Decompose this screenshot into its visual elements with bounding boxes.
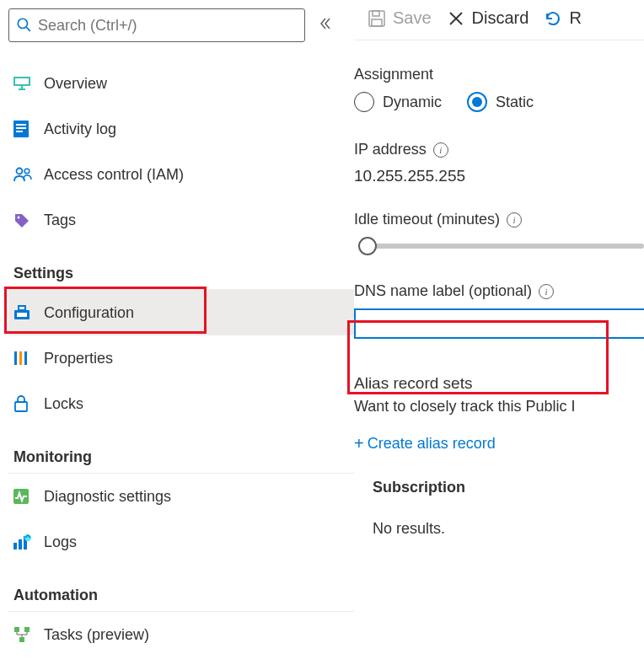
- refresh-label: R: [569, 8, 581, 28]
- sidebar-item-configuration[interactable]: Configuration: [8, 290, 354, 335]
- svg-rect-17: [19, 351, 22, 365]
- main-panel: Save Discard R Assignment Dynamic Stat: [354, 0, 644, 670]
- idle-label: Idle timeout (minutes) i: [354, 211, 644, 228]
- svg-rect-16: [14, 351, 17, 365]
- sidebar-item-logs[interactable]: Logs: [8, 519, 354, 565]
- link-label: Create alias record: [368, 435, 496, 453]
- svg-rect-34: [372, 19, 382, 26]
- sidebar-item-iam[interactable]: Access control (IAM): [8, 152, 354, 197]
- svg-point-11: [24, 169, 30, 174]
- info-icon[interactable]: i: [433, 142, 448, 158]
- no-results-text: No results.: [373, 520, 644, 538]
- discard-button[interactable]: Discard: [442, 7, 534, 29]
- svg-rect-26: [24, 627, 30, 632]
- collapse-sidebar-button[interactable]: [315, 13, 335, 38]
- diagnostic-icon: [13, 489, 44, 504]
- svg-rect-4: [21, 86, 23, 88]
- svg-point-0: [18, 19, 27, 28]
- sidebar-item-tasks[interactable]: Tasks (preview): [8, 612, 354, 657]
- refresh-button[interactable]: R: [539, 7, 586, 29]
- svg-rect-25: [14, 627, 19, 632]
- nav-label: Properties: [44, 350, 113, 367]
- nav-label: Tasks (preview): [44, 626, 149, 644]
- tasks-icon: [13, 626, 44, 643]
- idle-timeout-slider[interactable]: [368, 244, 644, 249]
- slider-thumb-icon[interactable]: [358, 237, 377, 255]
- subscription-heading: Subscription: [373, 479, 644, 496]
- sidebar: Overview Activity log Access control (IA…: [0, 0, 354, 670]
- section-heading-monitoring: Monitoring: [13, 448, 354, 466]
- svg-rect-9: [16, 131, 23, 132]
- svg-line-1: [26, 27, 30, 31]
- sidebar-item-properties[interactable]: Properties: [8, 335, 354, 381]
- radio-label: Dynamic: [383, 94, 442, 111]
- svg-rect-27: [19, 637, 24, 642]
- sidebar-item-diagnostic[interactable]: Diagnostic settings: [8, 474, 354, 519]
- iam-icon: [13, 167, 44, 182]
- overview-icon: [13, 77, 44, 90]
- tag-icon: [13, 212, 44, 228]
- sidebar-item-activity-log[interactable]: Activity log: [8, 106, 354, 152]
- svg-point-12: [18, 217, 20, 219]
- svg-rect-18: [24, 351, 27, 365]
- svg-rect-19: [15, 402, 27, 411]
- svg-rect-22: [19, 539, 22, 549]
- toolbar: Save Discard R: [354, 7, 644, 40]
- create-alias-link[interactable]: + Create alias record: [354, 434, 644, 453]
- sidebar-item-tags[interactable]: Tags: [8, 197, 354, 243]
- lock-icon: [13, 395, 44, 412]
- svg-rect-5: [19, 88, 25, 90]
- nav-label: Overview: [44, 75, 107, 93]
- nav-label: Logs: [44, 533, 77, 551]
- nav-label: Diagnostic settings: [44, 488, 171, 506]
- nav-label: Locks: [44, 395, 83, 413]
- radio-circle-icon: [467, 92, 487, 112]
- alias-heading: Alias record sets: [354, 374, 644, 393]
- info-icon[interactable]: i: [539, 284, 554, 299]
- search-input[interactable]: [38, 17, 298, 35]
- save-label: Save: [393, 8, 432, 28]
- svg-rect-21: [13, 543, 17, 549]
- properties-icon: [13, 351, 44, 366]
- plus-icon: +: [354, 434, 364, 453]
- svg-rect-33: [373, 11, 379, 16]
- svg-rect-8: [16, 127, 26, 129]
- section-heading-automation: Automation: [13, 587, 354, 604]
- sidebar-item-overview[interactable]: Overview: [8, 61, 354, 106]
- nav-label: Activity log: [44, 121, 116, 138]
- svg-rect-15: [17, 313, 27, 317]
- nav-label: Access control (IAM): [44, 166, 184, 184]
- alias-desc: Want to closely track this Public I: [354, 398, 644, 415]
- search-input-wrap[interactable]: [8, 8, 305, 42]
- info-icon[interactable]: i: [507, 212, 522, 228]
- dns-label: DNS name label (optional) i: [354, 282, 644, 300]
- svg-rect-3: [15, 78, 29, 84]
- activitylog-icon: [13, 121, 44, 137]
- svg-rect-14: [19, 306, 25, 310]
- ip-label: IP address i: [354, 141, 644, 158]
- logs-icon: [13, 534, 44, 549]
- svg-rect-7: [16, 124, 26, 126]
- nav-label: Tags: [44, 212, 76, 229]
- assignment-label: Assignment: [354, 66, 644, 83]
- nav-label: Configuration: [44, 304, 134, 322]
- config-icon: [13, 305, 44, 320]
- dns-name-input[interactable]: [354, 308, 644, 339]
- sidebar-item-locks[interactable]: Locks: [8, 381, 354, 426]
- radio-dynamic[interactable]: Dynamic: [354, 92, 442, 112]
- search-icon: [16, 17, 31, 35]
- section-heading-settings: Settings: [13, 265, 354, 282]
- radio-circle-icon: [354, 92, 374, 112]
- save-button[interactable]: Save: [362, 7, 437, 29]
- radio-static[interactable]: Static: [467, 92, 534, 112]
- svg-point-10: [17, 169, 23, 174]
- radio-label: Static: [496, 94, 534, 111]
- ip-value: 10.255.255.255: [354, 167, 644, 185]
- discard-label: Discard: [472, 8, 529, 28]
